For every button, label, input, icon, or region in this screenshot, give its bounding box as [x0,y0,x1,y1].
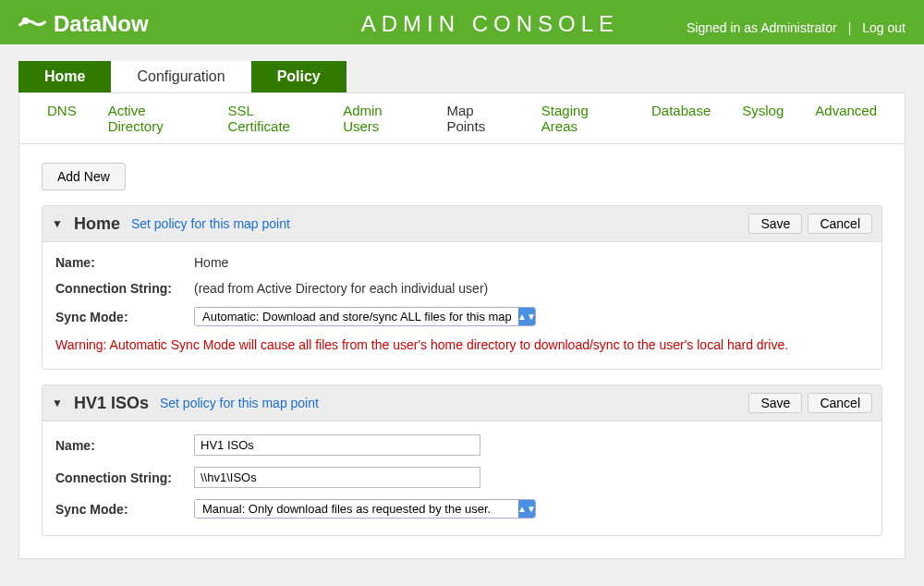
subnav-active-directory[interactable]: Active Directory [108,103,197,134]
save-button[interactable]: Save [748,393,802,413]
panel-title: HV1 ISOs [74,394,149,413]
logout-link[interactable]: Log out [862,20,906,35]
map-point-panel-hv1: ▼ HV1 ISOs Set policy for this map point… [42,385,882,536]
name-label: Name: [55,255,194,270]
connection-string-label: Connection String: [55,470,194,485]
subnav-ssl-certificate[interactable]: SSL Certificate [227,103,311,134]
subnav-dns[interactable]: DNS [47,103,77,134]
cancel-button[interactable]: Cancel [808,393,872,413]
primary-tabs: Home Configuration Policy [18,61,906,92]
cancel-button[interactable]: Cancel [808,214,872,234]
connection-string-input[interactable] [194,467,480,488]
sync-mode-select[interactable]: ▲▼ [194,307,536,326]
footer: © 2012 - 2015 AppSense. Terms of Service [0,578,924,586]
tab-configuration[interactable]: Configuration [111,61,250,92]
name-label: Name: [55,438,194,453]
chevron-updown-icon[interactable]: ▲▼ [518,500,535,518]
collapse-icon[interactable]: ▼ [52,217,63,230]
name-input[interactable] [194,434,480,456]
map-point-panel-home: ▼ Home Set policy for this map point Sav… [42,205,882,370]
add-new-button[interactable]: Add New [42,163,126,190]
signed-in-label: Signed in as Administrator [687,20,837,35]
collapse-icon[interactable]: ▼ [52,397,63,409]
connection-string-value: (read from Active Directory for each ind… [194,281,869,296]
set-policy-link[interactable]: Set policy for this map point [131,216,290,231]
chevron-updown-icon[interactable]: ▲▼ [518,308,535,325]
connection-string-label: Connection String: [55,281,194,296]
name-value: Home [194,255,869,270]
tab-policy[interactable]: Policy [251,61,346,92]
divider: | [848,20,852,35]
subnav-staging-areas[interactable]: Staging Areas [541,103,620,134]
sub-nav: DNS Active Directory SSL Certificate Adm… [18,92,906,144]
panel-header: ▼ Home Set policy for this map point Sav… [43,206,881,242]
sync-warning: Warning: Automatic Sync Mode will cause … [55,337,869,352]
sync-mode-select[interactable]: ▲▼ [194,499,536,519]
app-header: DataNow ADMIN CONSOLE Signed in as Admin… [0,0,924,44]
subnav-syslog[interactable]: Syslog [742,103,784,134]
sync-mode-value[interactable] [195,500,518,518]
sync-mode-value[interactable] [195,308,518,325]
sync-mode-label: Sync Mode: [55,502,194,517]
subnav-admin-users[interactable]: Admin Users [343,103,415,134]
save-button[interactable]: Save [748,214,802,234]
panel-title: Home [74,214,120,234]
sync-mode-label: Sync Mode: [55,310,194,324]
logo-icon [18,14,46,34]
content-area: Add New ▼ Home Set policy for this map p… [18,144,906,559]
panel-header: ▼ HV1 ISOs Set policy for this map point… [43,385,881,421]
set-policy-link[interactable]: Set policy for this map point [160,396,319,410]
subnav-database[interactable]: Database [651,103,711,134]
tab-home[interactable]: Home [18,61,111,92]
subnav-map-points[interactable]: Map Points [446,103,509,134]
subnav-advanced[interactable]: Advanced [815,103,877,134]
